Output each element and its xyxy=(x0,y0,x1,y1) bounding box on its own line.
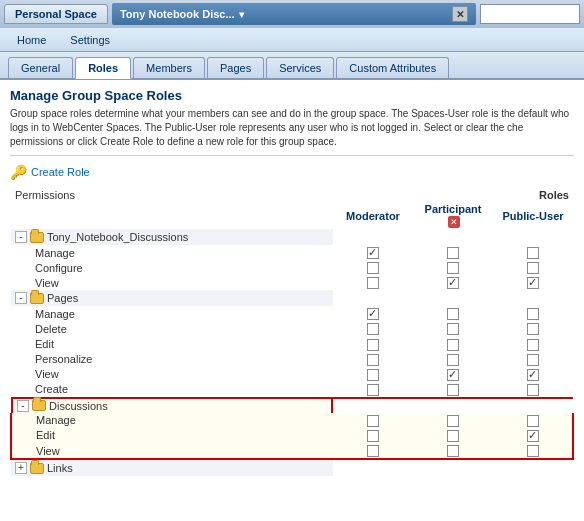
checkbox-icon[interactable] xyxy=(367,445,379,457)
disc-manage-participant-cb[interactable] xyxy=(413,413,493,428)
checkbox-icon[interactable] xyxy=(447,323,459,335)
checkbox-icon[interactable] xyxy=(527,384,539,396)
configure-participant-cb[interactable] xyxy=(413,260,493,275)
checkbox-icon[interactable] xyxy=(367,354,379,366)
section-description: Group space roles determine what your me… xyxy=(10,107,574,156)
checkbox-icon[interactable] xyxy=(527,262,539,274)
checkbox-icon[interactable] xyxy=(367,369,379,381)
pages-edit-public-cb[interactable] xyxy=(493,336,573,351)
tab-custom-attributes[interactable]: Custom Attributes xyxy=(336,57,449,78)
checkbox-icon[interactable] xyxy=(447,430,459,442)
search-input[interactable] xyxy=(480,4,580,24)
checkbox-icon[interactable] xyxy=(367,384,379,396)
pages-view-public-cb[interactable] xyxy=(493,367,573,382)
pages-delete-moderator-cb[interactable] xyxy=(333,321,413,336)
participant-close-icon[interactable]: ✕ xyxy=(448,216,460,228)
pages-create-participant-cb[interactable] xyxy=(413,382,493,398)
tab-general[interactable]: General xyxy=(8,57,73,78)
pages-manage-label: Manage xyxy=(11,306,333,321)
pages-manage-participant-cb[interactable] xyxy=(413,306,493,321)
view-moderator-cb[interactable] xyxy=(333,275,413,290)
pages-delete-public-cb[interactable] xyxy=(493,321,573,336)
checkbox-icon[interactable] xyxy=(367,430,379,442)
personal-space-tab[interactable]: Personal Space xyxy=(4,4,108,24)
expand-pages-icon[interactable]: - xyxy=(15,292,27,304)
disc-edit-participant-cb[interactable] xyxy=(413,428,493,443)
checkbox-icon[interactable] xyxy=(527,445,539,457)
window-title-text: Tony Notebook Disc... xyxy=(120,8,235,20)
pages-edit-participant-cb[interactable] xyxy=(413,336,493,351)
checkbox-icon[interactable] xyxy=(527,247,539,259)
tab-pages[interactable]: Pages xyxy=(207,57,264,78)
checkbox-checked-icon[interactable] xyxy=(447,369,459,381)
manage-label: Manage xyxy=(11,245,333,260)
checkbox-checked-icon[interactable] xyxy=(527,430,539,442)
checkbox-icon[interactable] xyxy=(447,308,459,320)
links-label: Links xyxy=(47,462,73,474)
checkbox-icon[interactable] xyxy=(367,339,379,351)
checkbox-icon[interactable] xyxy=(367,415,379,427)
view-public-cb[interactable] xyxy=(493,275,573,290)
checkbox-icon[interactable] xyxy=(447,354,459,366)
checkbox-icon[interactable] xyxy=(447,415,459,427)
pages-personalize-label: Personalize xyxy=(11,352,333,367)
disc-view-public-cb[interactable] xyxy=(493,443,573,459)
checkbox-icon[interactable] xyxy=(527,308,539,320)
checkbox-icon[interactable] xyxy=(527,339,539,351)
disc-edit-moderator-cb[interactable] xyxy=(333,428,413,443)
manage-moderator-cb[interactable] xyxy=(333,245,413,260)
pages-manage-public-cb[interactable] xyxy=(493,306,573,321)
checkbox-checked-icon[interactable] xyxy=(367,308,379,320)
pages-manage-moderator-cb[interactable] xyxy=(333,306,413,321)
expand-links-icon[interactable]: + xyxy=(15,462,27,474)
checkbox-icon[interactable] xyxy=(527,354,539,366)
pages-view-moderator-cb[interactable] xyxy=(333,367,413,382)
checkbox-checked-icon[interactable] xyxy=(367,247,379,259)
expand-discussions-icon[interactable]: - xyxy=(17,400,29,412)
checkbox-checked-icon[interactable] xyxy=(447,277,459,289)
view-participant-cb[interactable] xyxy=(413,275,493,290)
checkbox-icon[interactable] xyxy=(367,277,379,289)
pages-view-participant-cb[interactable] xyxy=(413,367,493,382)
disc-edit-public-cb[interactable] xyxy=(493,428,573,443)
table-row: Create xyxy=(11,382,573,398)
checkbox-icon[interactable] xyxy=(527,415,539,427)
close-icon[interactable]: ✕ xyxy=(452,6,468,22)
tab-services[interactable]: Services xyxy=(266,57,334,78)
expand-tony-notebook-icon[interactable]: - xyxy=(15,231,27,243)
home-button[interactable]: Home xyxy=(6,31,57,49)
checkbox-icon[interactable] xyxy=(447,339,459,351)
configure-moderator-cb[interactable] xyxy=(333,260,413,275)
pages-personalize-moderator-cb[interactable] xyxy=(333,352,413,367)
table-row: Manage xyxy=(11,245,573,260)
dropdown-arrow-icon[interactable]: ▾ xyxy=(239,9,244,20)
pages-personalize-public-cb[interactable] xyxy=(493,352,573,367)
view-label: View xyxy=(11,275,333,290)
checkbox-icon[interactable] xyxy=(447,445,459,457)
settings-button[interactable]: Settings xyxy=(59,31,121,49)
tab-members[interactable]: Members xyxy=(133,57,205,78)
tab-roles[interactable]: Roles xyxy=(75,57,131,79)
pages-delete-participant-cb[interactable] xyxy=(413,321,493,336)
pages-personalize-participant-cb[interactable] xyxy=(413,352,493,367)
checkbox-icon[interactable] xyxy=(447,262,459,274)
disc-manage-public-cb[interactable] xyxy=(493,413,573,428)
create-role-button[interactable]: 🔑 Create Role xyxy=(10,164,574,180)
checkbox-icon[interactable] xyxy=(447,384,459,396)
pages-create-public-cb[interactable] xyxy=(493,382,573,398)
manage-public-cb[interactable] xyxy=(493,245,573,260)
checkbox-icon[interactable] xyxy=(447,247,459,259)
checkbox-icon[interactable] xyxy=(367,262,379,274)
configure-public-cb[interactable] xyxy=(493,260,573,275)
checkbox-icon[interactable] xyxy=(527,323,539,335)
checkbox-checked-icon[interactable] xyxy=(527,277,539,289)
checkbox-icon[interactable] xyxy=(367,323,379,335)
pages-edit-moderator-cb[interactable] xyxy=(333,336,413,351)
disc-view-participant-cb[interactable] xyxy=(413,443,493,459)
group-links: + Links xyxy=(11,459,573,476)
disc-view-moderator-cb[interactable] xyxy=(333,443,413,459)
manage-participant-cb[interactable] xyxy=(413,245,493,260)
pages-create-moderator-cb[interactable] xyxy=(333,382,413,398)
disc-manage-moderator-cb[interactable] xyxy=(333,413,413,428)
checkbox-checked-icon[interactable] xyxy=(527,369,539,381)
